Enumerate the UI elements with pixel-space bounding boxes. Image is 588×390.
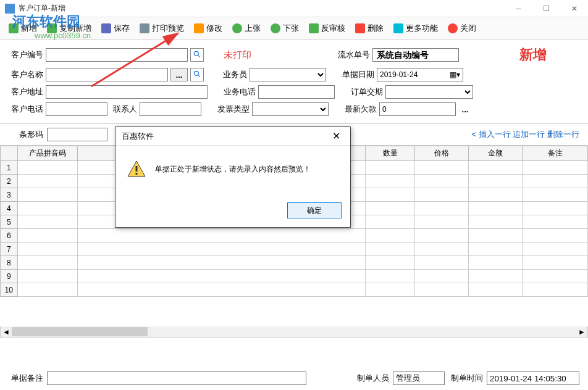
dialog-ok-button[interactable]: 确定 [287,202,342,218]
dialog-overlay: 百惠软件 ✕ 单据正处于新增状态，请先录入内容然后预览！ 确定 [0,0,588,390]
dialog-message: 单据正处于新增状态，请先录入内容然后预览！ [155,164,311,175]
svg-rect-6 [136,173,138,175]
svg-rect-5 [136,166,138,172]
dialog-title: 百惠软件 [122,131,154,142]
message-dialog: 百惠软件 ✕ 单据正处于新增状态，请先录入内容然后预览！ 确定 [115,127,351,228]
dialog-close-button[interactable]: ✕ [329,130,344,142]
warning-icon [127,159,146,179]
